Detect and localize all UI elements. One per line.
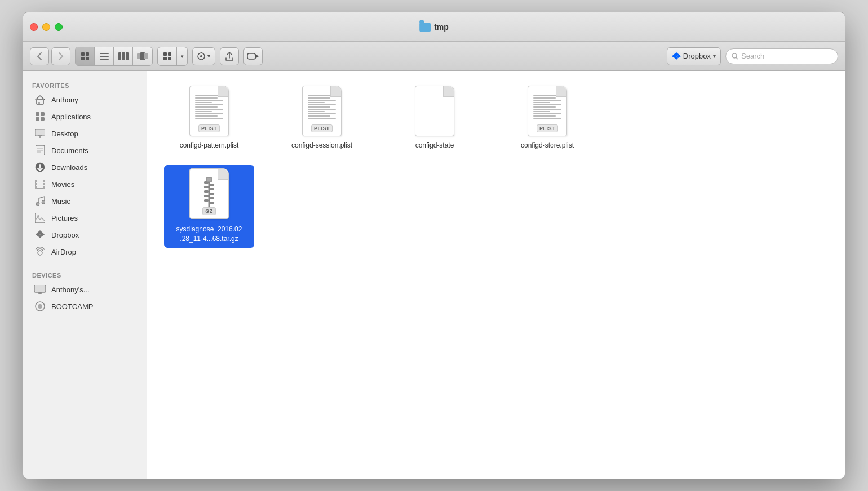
file-label-sysdiagnose: sysdiagnose_2016.02.28_11-4...68.tar.gz	[172, 224, 246, 245]
svg-rect-45	[35, 183, 37, 185]
share-button[interactable]	[220, 47, 239, 65]
movies-icon	[34, 178, 46, 190]
svg-rect-75	[210, 197, 214, 199]
svg-rect-47	[43, 180, 45, 182]
file-icon-plist-store: PLIST	[528, 86, 567, 136]
titlebar-center: tmp	[419, 23, 449, 32]
sidebar-item-anthonys[interactable]: Anthony's...	[25, 281, 144, 298]
sidebar-separator	[29, 264, 141, 264]
pictures-icon	[34, 212, 46, 224]
svg-line-27	[736, 57, 738, 59]
sidebar-item-airdrop-label: AirDrop	[51, 248, 76, 256]
svg-rect-70	[204, 195, 209, 197]
sidebar-item-anthonys-label: Anthony's...	[51, 285, 90, 294]
svg-rect-29	[38, 102, 40, 104]
finder-window: tmp	[23, 12, 845, 479]
svg-rect-8	[122, 52, 125, 60]
documents-icon	[34, 145, 46, 156]
svg-rect-44	[35, 180, 37, 182]
plist-badge: PLIST	[198, 124, 220, 132]
svg-rect-3	[86, 57, 89, 60]
dropbox-sidebar-icon	[34, 229, 46, 240]
sidebar-item-documents[interactable]: Documents	[25, 142, 144, 159]
window-title: tmp	[434, 23, 449, 32]
group-view-button[interactable]: ▾	[157, 47, 188, 66]
sidebar-item-airdrop[interactable]: AirDrop	[25, 243, 144, 260]
group-view-arrow: ▾	[177, 47, 187, 65]
action-button[interactable]: ▾	[192, 47, 215, 65]
sidebar-item-applications-label: Applications	[51, 113, 91, 121]
svg-rect-68	[204, 186, 209, 188]
sidebar-item-desktop-label: Desktop	[51, 130, 78, 138]
sidebar-item-dropbox-label: Dropbox	[51, 231, 79, 239]
svg-point-18	[200, 55, 202, 57]
file-item-configd-session[interactable]: PLIST configd-session.plist	[277, 82, 367, 154]
maximize-button[interactable]	[55, 23, 63, 31]
computer-icon	[34, 284, 46, 295]
sidebar-item-movies[interactable]: Movies	[25, 176, 144, 193]
svg-rect-72	[210, 184, 214, 186]
close-button[interactable]	[30, 23, 38, 31]
view-icon-button[interactable]	[76, 47, 95, 65]
svg-rect-20	[247, 53, 255, 59]
svg-rect-60	[35, 285, 45, 292]
back-button[interactable]	[30, 47, 49, 65]
sidebar-item-anthony[interactable]: Anthony	[25, 91, 144, 108]
file-item-sysdiagnose[interactable]: GZ sysdiagnose_2016.02.28_11-4...68.tar.…	[164, 165, 254, 248]
svg-rect-46	[35, 186, 37, 189]
file-label-configd-state: configd-state	[415, 141, 454, 150]
svg-rect-32	[36, 117, 39, 121]
sidebar-item-pictures[interactable]: Pictures	[25, 209, 144, 226]
sidebar-item-downloads-label: Downloads	[51, 163, 87, 172]
view-column-button[interactable]	[114, 47, 133, 65]
sidebar-item-music[interactable]: Music	[25, 193, 144, 209]
files-grid: PLIST configd-pattern.plist	[164, 82, 828, 248]
tag-button[interactable]	[243, 47, 263, 65]
sidebar-item-applications[interactable]: Applications	[25, 108, 144, 125]
svg-rect-1	[86, 52, 89, 56]
svg-rect-74	[210, 193, 214, 195]
svg-rect-16	[168, 57, 171, 60]
search-box[interactable]: Search	[725, 48, 838, 64]
file-item-configd-store[interactable]: PLIST configd-store.plist	[502, 82, 592, 154]
file-item-configd-state[interactable]: configd-state	[389, 82, 480, 154]
svg-rect-6	[100, 59, 109, 60]
sidebar-item-desktop[interactable]: Desktop	[25, 125, 144, 142]
svg-marker-21	[255, 54, 259, 59]
svg-rect-5	[100, 56, 109, 57]
file-item-configd-pattern[interactable]: PLIST configd-pattern.plist	[164, 82, 254, 154]
svg-rect-33	[41, 117, 45, 121]
file-label-configd-store: configd-store.plist	[521, 141, 574, 150]
svg-rect-76	[210, 202, 214, 204]
sidebar-item-movies-label: Movies	[51, 180, 74, 189]
file-label-configd-pattern: configd-pattern.plist	[180, 141, 239, 150]
svg-rect-49	[43, 186, 45, 189]
forward-button[interactable]	[51, 47, 70, 65]
svg-rect-15	[163, 57, 167, 60]
svg-rect-9	[126, 52, 129, 60]
svg-rect-48	[43, 183, 45, 185]
file-icon-gz: GZ	[189, 168, 229, 219]
minimize-button[interactable]	[42, 23, 50, 31]
sidebar-item-bootcamp[interactable]: BOOTCAMP	[25, 298, 144, 315]
toolbar: ▾ ▾ Dropbox ▾ Search	[23, 42, 845, 71]
view-cover-button[interactable]	[133, 47, 152, 65]
svg-rect-73	[210, 188, 214, 190]
sidebar-item-documents-label: Documents	[51, 146, 88, 155]
main-area: Favorites Anthony Applications Desktop	[23, 71, 845, 479]
dropbox-arrow: ▾	[713, 53, 716, 59]
view-list-button[interactable]	[95, 47, 114, 65]
plist-badge: PLIST	[311, 124, 333, 132]
favorites-label: Favorites	[23, 78, 147, 91]
applications-icon	[34, 111, 46, 122]
dropbox-button[interactable]: Dropbox ▾	[667, 47, 721, 65]
desktop-icon	[34, 128, 46, 139]
music-icon	[34, 195, 46, 207]
sidebar-item-dropbox[interactable]: Dropbox	[25, 226, 144, 243]
sidebar-item-downloads[interactable]: Downloads	[25, 159, 144, 176]
view-buttons	[75, 47, 153, 66]
svg-rect-4	[100, 53, 109, 54]
svg-rect-7	[118, 52, 121, 60]
devices-label: Devices	[23, 267, 147, 281]
plist-badge: PLIST	[537, 124, 558, 132]
